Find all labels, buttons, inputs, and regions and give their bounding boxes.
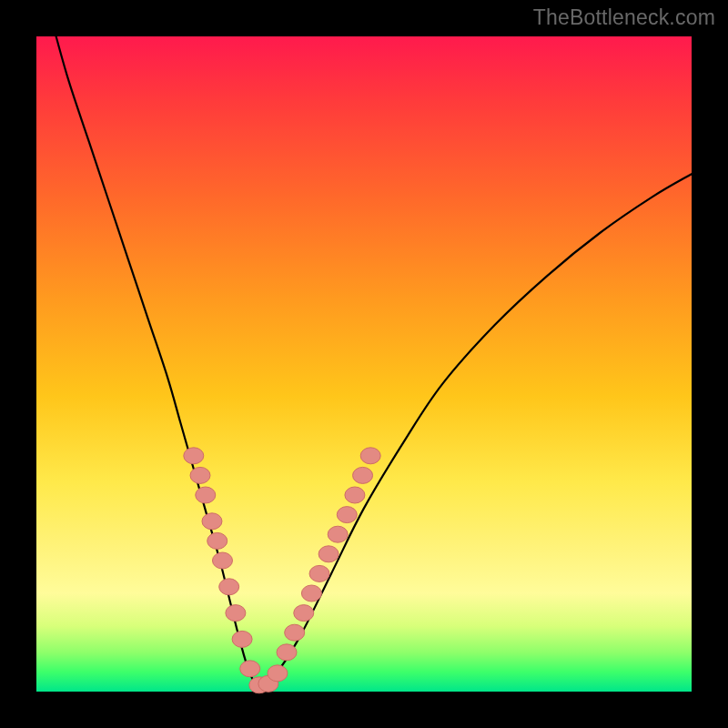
marker-bottom — [268, 665, 288, 682]
marker-left-cluster — [219, 579, 239, 595]
marker-right-cluster — [294, 605, 314, 622]
watermark-text: TheBottleneck.com — [533, 5, 715, 30]
marker-left-cluster — [212, 552, 232, 569]
marker-right-cluster — [353, 467, 373, 483]
marker-right-cluster — [285, 624, 305, 641]
marker-left-cluster — [184, 448, 204, 464]
chart-svg — [36, 36, 692, 692]
bottleneck-curve — [56, 36, 692, 687]
marker-left-cluster — [226, 605, 246, 622]
marker-right-cluster — [337, 507, 357, 523]
marker-right-cluster — [328, 526, 348, 542]
chart-frame: TheBottleneck.com — [0, 0, 728, 728]
marker-right-cluster — [360, 448, 380, 464]
marker-right-cluster — [309, 565, 329, 581]
marker-left-cluster — [196, 487, 216, 503]
marker-right-cluster — [345, 487, 365, 503]
marker-left-cluster — [207, 532, 228, 549]
marker-left-cluster — [232, 631, 252, 647]
data-markers — [184, 448, 380, 693]
marker-right-cluster — [301, 585, 321, 602]
marker-left-cluster — [190, 467, 210, 483]
marker-right-cluster — [318, 546, 339, 562]
marker-left-cluster — [202, 513, 222, 530]
marker-right-cluster — [277, 644, 297, 661]
marker-bottom — [240, 661, 260, 677]
plot-area — [36, 36, 692, 692]
